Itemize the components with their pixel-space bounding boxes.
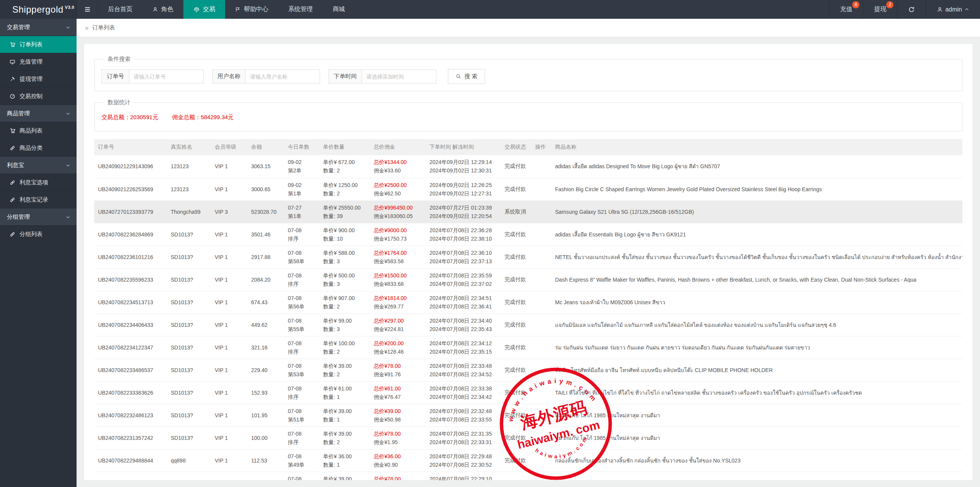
cell-total-commission: 总价¥996450.00佣金¥183060.05: [370, 200, 426, 223]
table-row[interactable]: UB2407082231357242SD1013?VIP 1100.0007-0…: [94, 426, 962, 449]
column-header: 余额: [247, 139, 284, 155]
cell-unit-price-qty: 单价¥ 907.00数量: 2: [319, 291, 370, 313]
table-row[interactable]: UB2409021226253569123123VIP 13000.6509-0…: [94, 178, 962, 200]
user-menu[interactable]: admin: [926, 0, 980, 19]
cell-actions: [531, 200, 551, 223]
nav-item-4[interactable]: 系统管理: [278, 0, 323, 19]
cell-unit-price-qty: 单价¥ 900.00数量: 10: [319, 223, 370, 246]
column-header: 单价数量: [319, 139, 370, 155]
table-row[interactable]: UB2407082235596233SD1013?VIP 12084.2007-…: [94, 268, 962, 291]
cell-actions: [531, 313, 551, 336]
cell-vip-level: VIP 1: [211, 246, 247, 268]
nav-item-5[interactable]: 商城: [323, 0, 355, 19]
table-row[interactable]: UB2407082234122347SD1013?VIP 1321.1607-0…: [94, 336, 962, 359]
user-name-input[interactable]: [245, 69, 320, 84]
main-area: » 订单列表 条件搜索 订单号 用户名称 下单时间: [77, 19, 980, 487]
sidebar-group-0[interactable]: 交易管理: [0, 19, 77, 36]
table-row[interactable]: UB2407082229488844qq898VIP 1112.5307-08第…: [94, 449, 962, 472]
cell-actions: [531, 336, 551, 359]
sidebar: 交易管理 订单列表 充值管理 提现管理 交易控制商品管理 商品列表 商品分类利息…: [0, 19, 77, 487]
nav-item-label: 商城: [333, 5, 345, 13]
order-time-input[interactable]: [362, 69, 436, 84]
table-row[interactable]: UB2407082232486123SD1013?VIP 1101.9507-0…: [94, 404, 962, 426]
cell-today-orders: 07-08排序: [284, 426, 319, 449]
cell-order-no: UB2409021229143096: [94, 155, 167, 178]
cell-balance: 101.95: [247, 404, 284, 426]
table-row[interactable]: UB2407082234513713SD1013?VIP 1674.4307-0…: [94, 291, 962, 313]
cell-today-orders: 07-08排序: [284, 268, 319, 291]
cell-real-name: SD1013?: [167, 359, 211, 381]
sidebar-item[interactable]: 商品列表: [0, 122, 77, 139]
search-button[interactable]: 搜 索: [448, 69, 485, 84]
cell-actions: [531, 178, 551, 200]
cell-vip-level: VIP 1: [211, 472, 247, 480]
user-name-label: 用户名称: [212, 69, 245, 84]
sidebar-item[interactable]: 商品分类: [0, 139, 77, 157]
withdraw-link[interactable]: 提现 2: [863, 0, 897, 19]
sidebar-item[interactable]: 交易控制: [0, 88, 77, 105]
cell-vip-level: VIP 1: [211, 449, 247, 472]
cell-actions: [531, 472, 551, 480]
order-no-input[interactable]: [129, 69, 204, 84]
cell-balance: 523028.70: [247, 200, 284, 223]
sidebar-item[interactable]: 分组列表: [0, 226, 77, 243]
cell-actions: [531, 449, 551, 472]
table-row[interactable]: UB2409021229143096123123VIP 13063.1509-0…: [94, 155, 962, 178]
column-header: 操作: [531, 139, 551, 155]
cell-actions: [531, 381, 551, 404]
cell-unit-price-qty: 单价¥ 39.00数量: 2: [319, 472, 370, 480]
table-row[interactable]: UB2407270123393779Thongcha99VIP 3523028.…: [94, 200, 962, 223]
sidebar-item[interactable]: 充值管理: [0, 53, 77, 71]
cell-trade-status: 完成付款: [501, 336, 531, 359]
sidebar-group-3[interactable]: 分组管理: [0, 208, 77, 226]
refresh-button[interactable]: [897, 0, 926, 19]
table-row[interactable]: UB2407082234406433SD1013?VIP 1449.6207-0…: [94, 313, 962, 336]
content: 条件搜索 订单号 用户名称 下单时间: [77, 37, 980, 487]
cell-real-name: SD1013?: [167, 404, 211, 426]
search-button-label: 搜 索: [464, 73, 477, 80]
cell-today-orders: 07-08第49单: [284, 449, 319, 472]
cell-actions: [531, 426, 551, 449]
cell-order-unfreeze-time: 2024年07月08日 22:29:102024年07月08日 22:30:18: [426, 472, 501, 480]
cell-today-orders: 07-08第48单: [284, 472, 319, 480]
sidebar-menu: 交易管理 订单列表 充值管理 提现管理 交易控制商品管理 商品列表 商品分类利息…: [0, 19, 77, 243]
column-header: 真实姓名: [167, 139, 211, 155]
recharge-link[interactable]: 充值 6: [829, 0, 863, 19]
cell-total-commission: 总价¥1814.00佣金¥269.77: [370, 291, 426, 313]
cell-vip-level: VIP 1: [211, 426, 247, 449]
table-row[interactable]: UB2407082236284869SD1013?VIP 13501.4607-…: [94, 223, 962, 246]
table-row[interactable]: UB2407082236101216SD1013?VIP 12917.8807-…: [94, 246, 962, 268]
cell-balance: 2917.88: [247, 246, 284, 268]
cell-trade-status: 完成付款: [501, 246, 531, 268]
sidebar-group-2[interactable]: 利息宝: [0, 157, 77, 174]
nav-item-3[interactable]: 帮助中心: [225, 0, 278, 19]
cell-order-no: UB2407082236284869: [94, 223, 167, 246]
search-icon: [456, 74, 461, 79]
withdraw-link-label: 提现: [874, 5, 886, 13]
cell-order-unfreeze-time: 2024年07月08日 22:33:482024年07月08日 22:34:52: [426, 359, 501, 381]
user-icon: [937, 7, 943, 13]
cell-order-no: UB2407082234122347: [94, 336, 167, 359]
orders-tbody: UB2409021229143096123123VIP 13063.1509-0…: [94, 155, 962, 480]
cell-vip-level: VIP 1: [211, 381, 247, 404]
sidebar-item[interactable]: 利息宝记录: [0, 191, 77, 208]
sidebar-item-label: 分组列表: [20, 231, 42, 238]
nav-item-0[interactable]: 后台首页: [98, 0, 142, 19]
nav-item-2[interactable]: 交易: [183, 0, 225, 19]
sidebar-item[interactable]: 订单列表: [0, 36, 77, 53]
link-icon: [9, 231, 16, 237]
sidebar-toggle-button[interactable]: [77, 0, 98, 19]
commission-total: 佣金总额：584299.34元: [172, 114, 234, 121]
top-nav: 后台首页角色交易帮助中心系统管理商城: [98, 0, 355, 19]
sidebar-item[interactable]: 利息宝选项: [0, 174, 77, 191]
cell-trade-status: 完成付款: [501, 155, 531, 178]
sidebar-item[interactable]: 提现管理: [0, 71, 77, 88]
table-row[interactable]: UB2407082233383626SD1013?VIP 1152.9307-0…: [94, 381, 962, 404]
table-row[interactable]: UB2407082233486537SD1013?VIP 1229.4007-0…: [94, 359, 962, 381]
cell-unit-price-qty: 单价¥ 61.00数量: 1: [319, 381, 370, 404]
sidebar-group-1[interactable]: 商品管理: [0, 105, 77, 122]
order-no-label: 订单号: [101, 69, 129, 84]
nav-item-1[interactable]: 角色: [142, 0, 183, 19]
table-row[interactable]: UB2407082229101245qq898VIP 1110.5807-08第…: [94, 472, 962, 480]
cell-product-name: adidas เสื้อยืด Essentials Big Logo ผู้ช…: [551, 223, 962, 246]
